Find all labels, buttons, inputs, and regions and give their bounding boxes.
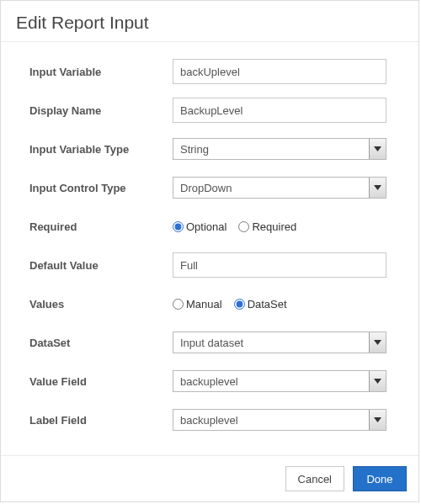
row-value-field: Value Field backuplevel (29, 369, 402, 394)
dialog-body: Input Variable Display Name Input Variab… (1, 42, 418, 432)
row-input-variable: Input Variable (29, 59, 402, 84)
dialog-title: Edit Report Input (16, 13, 403, 33)
radio-label: Optional (186, 220, 226, 233)
radio-label: Required (252, 220, 296, 233)
radio-label: Manual (186, 298, 222, 310)
label-required: Required (29, 220, 173, 233)
label-input-control-type: Input Control Type (29, 182, 173, 194)
row-input-variable-type: Input Variable Type String (29, 136, 402, 162)
select-value: DropDown (173, 182, 369, 194)
row-required: Required Optional Required (29, 214, 402, 239)
required-optional-option[interactable]: Optional (173, 220, 226, 233)
select-value: String (173, 143, 369, 156)
label-label-field: Label Field (29, 414, 173, 427)
required-required-radio[interactable] (238, 221, 249, 232)
input-variable-type-select[interactable]: String (173, 138, 386, 160)
required-radioset: Optional Required (173, 220, 402, 233)
svg-marker-1 (374, 185, 381, 190)
input-control-type-select[interactable]: DropDown (173, 177, 386, 199)
chevron-down-icon (369, 139, 386, 159)
row-input-control-type: Input Control Type DropDown (29, 175, 402, 200)
select-value: backuplevel (173, 375, 369, 388)
svg-marker-0 (374, 146, 381, 151)
chevron-down-icon (369, 178, 386, 198)
chevron-down-icon (369, 410, 386, 430)
done-button[interactable]: Done (353, 466, 407, 491)
row-default-value: Default Value (29, 252, 402, 278)
chevron-down-icon (369, 332, 386, 353)
label-value-field: Value Field (29, 375, 173, 388)
display-name-field[interactable] (173, 98, 386, 123)
label-dataset: DataSet (29, 337, 173, 349)
edit-report-input-dialog: Edit Report Input Input Variable Display… (0, 0, 419, 502)
radio-label: DataSet (248, 298, 287, 310)
dialog-header: Edit Report Input (1, 1, 418, 42)
row-display-name: Display Name (29, 98, 402, 123)
value-field-select[interactable]: backuplevel (173, 370, 386, 392)
dialog-footer: Cancel Done (1, 455, 418, 501)
select-value: Input dataset (173, 337, 369, 349)
values-radioset: Manual DataSet (173, 298, 402, 310)
values-manual-radio[interactable] (173, 299, 184, 310)
svg-marker-2 (374, 340, 381, 345)
svg-marker-3 (374, 379, 381, 384)
label-field-select[interactable]: backuplevel (173, 409, 386, 431)
required-optional-radio[interactable] (173, 221, 184, 232)
input-variable-field[interactable] (173, 59, 386, 84)
cancel-button[interactable]: Cancel (285, 466, 344, 491)
svg-marker-4 (374, 417, 381, 422)
label-display-name: Display Name (29, 104, 173, 117)
label-input-variable-type: Input Variable Type (29, 143, 173, 156)
values-dataset-option[interactable]: DataSet (234, 298, 287, 310)
row-dataset: DataSet Input dataset (29, 330, 402, 355)
row-label-field: Label Field backuplevel (29, 407, 402, 432)
label-values: Values (29, 298, 173, 310)
values-dataset-radio[interactable] (234, 299, 245, 310)
chevron-down-icon (369, 371, 386, 391)
label-input-variable: Input Variable (29, 66, 173, 78)
row-values: Values Manual DataSet (29, 291, 402, 316)
dataset-select[interactable]: Input dataset (173, 332, 386, 353)
values-manual-option[interactable]: Manual (173, 298, 222, 310)
required-required-option[interactable]: Required (238, 220, 296, 233)
default-value-field[interactable] (173, 252, 386, 278)
label-default-value: Default Value (29, 259, 173, 272)
select-value: backuplevel (173, 414, 369, 427)
